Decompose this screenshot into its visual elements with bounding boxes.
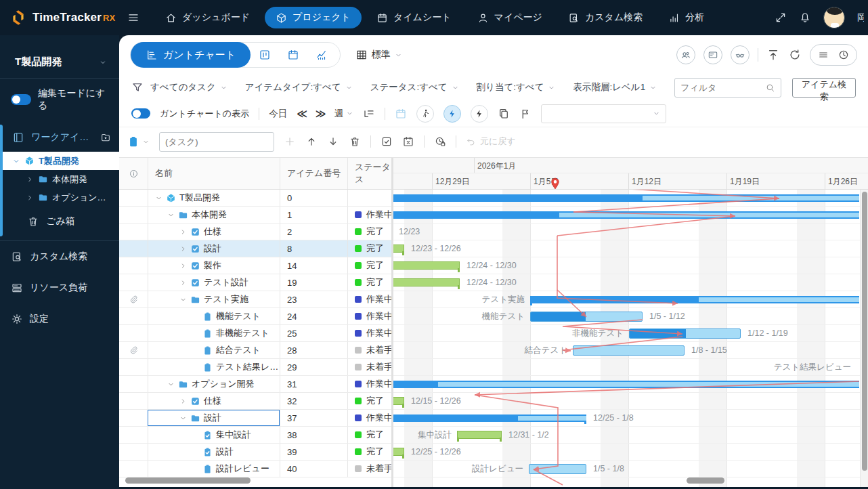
sidebar-project-title[interactable]: T製品開発 xyxy=(0,35,119,78)
menu-toggle-icon[interactable] xyxy=(127,12,139,24)
row-name-cell[interactable]: 設計 xyxy=(148,240,280,257)
filter-dropdown[interactable]: 表示階層:レベル1 xyxy=(573,81,657,93)
card-view-icon[interactable] xyxy=(703,45,722,64)
table-row[interactable]: 仕様 32 完了 xyxy=(119,393,391,410)
gantt-row[interactable]: 集中設計12/31 - 1/2 xyxy=(393,427,868,444)
table-row[interactable]: 機能テスト 24 作業中 xyxy=(119,308,391,325)
gantt-row[interactable]: 非機能テスト1/12 - 1/19 xyxy=(393,325,868,342)
copy-schedule-icon[interactable] xyxy=(498,108,510,120)
summary-bar[interactable] xyxy=(393,211,859,219)
outline-level-icon[interactable] xyxy=(363,108,375,120)
chevron-down-icon[interactable] xyxy=(155,194,162,202)
gantt-row[interactable] xyxy=(393,376,868,393)
tree-item[interactable]: オプション… xyxy=(0,188,119,207)
sidebar-item-trash[interactable]: ごみ箱 xyxy=(0,207,119,236)
gantt-row[interactable]: テスト結果レビュー xyxy=(393,359,868,376)
item-number-column-header[interactable]: アイテム番号 xyxy=(280,158,347,189)
milestone-flag-icon[interactable] xyxy=(519,108,531,120)
menu-icon[interactable] xyxy=(817,49,829,61)
gantt-row[interactable]: 12/23 xyxy=(393,224,868,240)
item-search-button[interactable]: アイテム検索 xyxy=(792,78,856,98)
table-row[interactable]: 設計レビュー 40 未着手 xyxy=(119,461,391,477)
summary-bar[interactable] xyxy=(393,194,859,202)
scroll-left-button[interactable]: ≪ xyxy=(297,108,306,120)
tree-item[interactable]: 本体開発 xyxy=(0,170,119,188)
complete-task-icon[interactable] xyxy=(381,135,393,148)
tree-item[interactable]: T製品開発 xyxy=(0,152,119,170)
table-row[interactable]: 結合テスト 28 未着手 xyxy=(119,342,391,359)
gantt-row[interactable] xyxy=(393,190,868,207)
filter-dropdown[interactable]: アイテムタイプ:すべて xyxy=(245,81,353,93)
row-name-cell[interactable]: テスト実施 xyxy=(148,291,280,307)
nav-item-cube[interactable]: プロジェクト xyxy=(265,7,362,28)
add-item-icon[interactable] xyxy=(284,135,296,148)
summary-bar[interactable] xyxy=(530,296,859,303)
refresh-icon[interactable] xyxy=(788,48,802,62)
edit-mode-toggle-row[interactable]: 編集モードにする xyxy=(0,79,119,121)
nav-item-calendar[interactable]: タイムシート xyxy=(366,7,462,28)
table-row[interactable]: 非機能テスト 25 作業中 xyxy=(119,325,391,342)
gantt-horizontal-scrollbar[interactable] xyxy=(687,477,724,484)
chevron-down-icon[interactable] xyxy=(167,381,175,388)
row-name-cell[interactable]: テスト結果レ… xyxy=(148,359,280,375)
table-row[interactable]: 本体開発 1 作業中 xyxy=(119,207,391,224)
completed-bar[interactable] xyxy=(393,244,404,253)
view-mode-selector[interactable]: 標準 xyxy=(355,49,402,61)
gantt-row[interactable]: テスト実施 xyxy=(393,291,868,308)
completed-bar[interactable] xyxy=(457,431,502,439)
move-up-icon[interactable] xyxy=(305,135,318,148)
table-row[interactable]: テスト結果レ… 29 未着手 xyxy=(119,359,391,376)
table-row[interactable]: テスト設計 19 完了 xyxy=(119,274,391,291)
gantt-row[interactable]: 12/25 - 1/8 xyxy=(393,410,868,427)
chevron-right-icon[interactable] xyxy=(179,245,187,253)
chevron-right-icon[interactable] xyxy=(179,398,187,405)
table-row[interactable]: 設計 8 完了 xyxy=(119,240,391,257)
chevron-right-icon[interactable] xyxy=(179,262,187,270)
table-row[interactable]: 仕様 2 完了 xyxy=(119,224,391,240)
completed-bar[interactable] xyxy=(393,261,460,270)
table-horizontal-scrollbar[interactable] xyxy=(125,477,251,484)
gantt-row[interactable]: 結合テスト1/8 - 1/15 xyxy=(393,342,868,359)
undo-button[interactable]: 元に戻す xyxy=(466,135,516,148)
summary-bar[interactable] xyxy=(393,414,586,422)
move-down-icon[interactable] xyxy=(327,135,339,148)
row-name-cell[interactable]: 設計 xyxy=(148,410,280,426)
status-column-header[interactable]: ステータス xyxy=(347,158,391,189)
gantt-row[interactable]: 12/25 - 12/26 xyxy=(393,444,868,461)
row-name-cell[interactable]: 仕様 xyxy=(148,224,280,240)
new-item-type-selector[interactable] xyxy=(126,135,150,148)
table-row[interactable]: オプション開発 31 作業中 xyxy=(119,376,391,393)
chevron-right-icon[interactable] xyxy=(179,279,187,286)
gantt-row[interactable]: 12/23 - 12/26 xyxy=(393,240,868,257)
tab-board-icon[interactable] xyxy=(251,49,279,61)
table-row[interactable]: 設計 39 完了 xyxy=(119,444,391,461)
sidebar-item-resource[interactable]: リソース負荷 xyxy=(0,272,119,303)
chevron-down-icon[interactable] xyxy=(179,414,187,422)
watch-view-icon[interactable] xyxy=(731,45,750,64)
row-name-cell[interactable]: 機能テスト xyxy=(148,308,280,324)
table-row[interactable]: T製品開発 0 xyxy=(119,190,391,207)
tab-calendar-icon[interactable] xyxy=(279,49,307,61)
row-name-cell[interactable]: オプション開発 xyxy=(148,376,280,392)
name-column-header[interactable]: 名前 xyxy=(148,158,280,189)
scroll-right-button[interactable]: ≫ xyxy=(316,108,325,120)
sidebar-item-docsearch[interactable]: カスタム検索 xyxy=(0,241,119,272)
table-row[interactable]: 集中設計 38 完了 xyxy=(119,427,391,444)
clear-schedule-icon[interactable] xyxy=(402,135,414,148)
gantt-row[interactable]: 12/15 - 12/26 xyxy=(393,393,868,410)
lock-time-icon[interactable] xyxy=(434,135,446,148)
delete-item-icon[interactable] xyxy=(349,135,361,148)
gantt-row[interactable]: 機能テスト1/5 - 1/12 xyxy=(393,308,868,325)
summary-bar[interactable] xyxy=(393,381,859,388)
completed-bar[interactable] xyxy=(393,278,460,286)
user-avatar[interactable] xyxy=(823,7,845,28)
nav-item-home[interactable]: ダッシュボード xyxy=(154,7,261,28)
row-name-cell[interactable]: 仕様 xyxy=(148,393,280,409)
gantt-row[interactable]: 12/24 - 12/30 xyxy=(393,274,868,291)
row-name-cell[interactable]: 設計レビュー xyxy=(148,461,280,477)
today-pin-icon[interactable] xyxy=(550,177,560,192)
filter-input[interactable] xyxy=(680,83,765,93)
fullscreen-icon[interactable] xyxy=(775,12,787,24)
sidebar-item-gear[interactable]: 設定 xyxy=(0,303,119,335)
table-row[interactable]: 設計 37 作業中 xyxy=(119,410,391,427)
